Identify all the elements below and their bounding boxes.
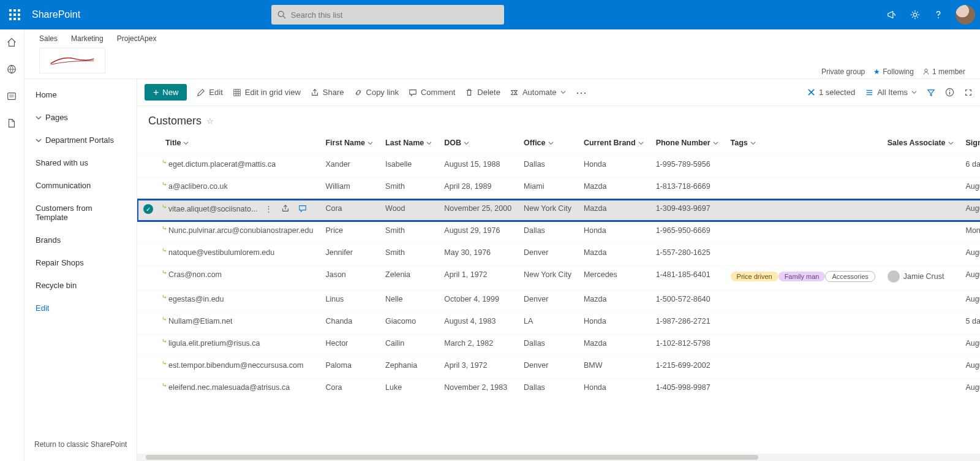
star-icon: ★ [873, 67, 880, 76]
cell-office: New York City [518, 265, 578, 290]
col-header[interactable]: Title [165, 139, 181, 147]
sidebar-item-customers[interactable]: Customers from Template [31, 201, 130, 224]
row-title[interactable]: ligula.elit.pretium@risus.ca [168, 339, 260, 348]
table-row[interactable]: ⤷Nullam@Etiam.netChandaGiacomoAugust 4, … [137, 312, 980, 334]
row-title[interactable]: a@aclibero.co.uk [168, 182, 228, 191]
sidebar-item-dept-portals[interactable]: Department Portals [31, 133, 130, 147]
help-icon[interactable] [932, 9, 944, 21]
globe-icon[interactable] [6, 64, 18, 76]
more-button[interactable]: ⋯ [576, 86, 587, 99]
sidebar-edit-link[interactable]: Edit [31, 301, 130, 315]
row-more-icon[interactable]: ⋮ [265, 204, 273, 215]
row-share-icon[interactable] [281, 204, 290, 215]
cell-dob: May 30, 1976 [438, 243, 518, 265]
cell-tags [725, 334, 881, 356]
automate-button[interactable]: Automate [510, 88, 566, 97]
copylink-button[interactable]: Copy link [354, 88, 399, 97]
user-avatar[interactable] [956, 5, 975, 25]
sidebar-footer-link[interactable]: Return to classic SharePoint [34, 440, 127, 449]
row-title[interactable]: vitae.aliquet@sociisnato... [168, 205, 257, 213]
col-header[interactable]: First Name [325, 139, 365, 147]
col-header[interactable]: Tags [731, 139, 748, 147]
news-icon[interactable] [6, 91, 18, 103]
sidebar-item-recycle[interactable]: Recycle bin [31, 278, 130, 292]
table-row[interactable]: ⤷Nunc.pulvinar.arcu@conubianostraper.edu… [137, 221, 980, 243]
list-table-wrap[interactable]: Title First Name Last Name DOB Office Cu… [137, 131, 980, 454]
view-switcher[interactable]: All Items [865, 88, 917, 97]
table-row[interactable]: ⤷Cras@non.comJasonZeleniaApril 1, 1972Ne… [137, 265, 980, 290]
row-title[interactable]: est.tempor.bibendum@neccursusa.com [168, 361, 303, 370]
info-button[interactable] [945, 88, 954, 97]
chevron-down-icon [560, 90, 566, 95]
table-row[interactable]: ⤷est.tempor.bibendum@neccursusa.comPalom… [137, 356, 980, 378]
filter-button[interactable] [927, 88, 935, 97]
list-table: Title First Name Last Name DOB Office Cu… [137, 131, 980, 400]
cell-associate [881, 221, 960, 243]
col-header[interactable]: DOB [444, 139, 461, 147]
cell-tags [725, 356, 881, 378]
expand-button[interactable] [964, 88, 973, 97]
sidebar-item-brands[interactable]: Brands [31, 233, 130, 247]
row-title[interactable]: Nunc.pulvinar.arcu@conubianostraper.edu [168, 226, 313, 235]
sidebar-item-pages[interactable]: Pages [31, 110, 130, 124]
chevron-down-icon [750, 140, 756, 146]
row-title[interactable]: natoque@vestibulumlorem.edu [168, 248, 274, 257]
row-title[interactable]: eleifend.nec.malesuada@atrisus.ca [168, 383, 290, 392]
col-header[interactable]: Office [524, 139, 545, 147]
site-nav-item[interactable]: ProjectApex [117, 34, 157, 43]
sidebar-item-home[interactable]: Home [31, 88, 130, 102]
table-row[interactable]: ⤷eleifend.nec.malesuada@atrisus.caCoraLu… [137, 378, 980, 400]
col-header[interactable]: Current Brand [584, 139, 636, 147]
cell-phone: 1-500-572-8640 [650, 290, 725, 312]
share-button[interactable]: Share [311, 88, 344, 97]
megaphone-icon[interactable] [886, 9, 898, 21]
cell-brand: Mercedes [578, 265, 650, 290]
site-nav-item[interactable]: Sales [39, 34, 58, 43]
col-header[interactable]: Last Name [385, 139, 424, 147]
search-input[interactable] [291, 10, 498, 20]
chevron-down-icon [368, 140, 373, 146]
col-header[interactable]: Sign I [966, 139, 981, 147]
table-row[interactable]: ✓⤷vitae.aliquet@sociisnato...⋮CoraWoodNo… [137, 199, 980, 221]
table-row[interactable]: ⤷egestas@in.eduLinusNelleOctober 4, 1999… [137, 290, 980, 312]
home-icon[interactable] [6, 37, 18, 49]
cell-brand: Honda [578, 221, 650, 243]
comment-button[interactable]: Comment [409, 88, 455, 97]
clear-selection-button[interactable]: 1 selected [807, 88, 855, 97]
table-row[interactable]: ⤷ligula.elit.pretium@risus.caHectorCaili… [137, 334, 980, 356]
row-title[interactable]: Nullam@Etiam.net [168, 317, 232, 326]
row-comment-icon[interactable] [298, 204, 307, 215]
table-row[interactable]: ⤷a@aclibero.co.ukWilliamSmithApril 28, 1… [137, 177, 980, 199]
row-title[interactable]: Cras@non.com [168, 270, 222, 279]
col-header[interactable]: Sales Associate [888, 139, 946, 147]
edit-button[interactable]: Edit [197, 88, 222, 97]
cmd-label: Edit [209, 88, 222, 97]
sidebar-item-communication[interactable]: Communication [31, 178, 130, 192]
table-row[interactable]: ⤷eget.dictum.placerat@mattis.caXanderIsa… [137, 155, 980, 177]
site-nav-item[interactable]: Marketing [71, 34, 104, 43]
checkmark-icon[interactable]: ✓ [143, 204, 153, 214]
cell-tags [725, 199, 881, 221]
table-row[interactable]: ⤷natoque@vestibulumlorem.eduJenniferSmit… [137, 243, 980, 265]
row-title[interactable]: egestas@in.edu [168, 295, 224, 303]
following-toggle[interactable]: ★ Following [873, 67, 914, 76]
settings-icon[interactable] [909, 9, 921, 21]
sidebar-item-repair[interactable]: Repair Shops [31, 256, 130, 270]
new-button[interactable]: + New [145, 84, 187, 101]
grid-button[interactable]: Edit in grid view [233, 88, 301, 97]
col-select[interactable] [137, 131, 159, 155]
row-title[interactable]: eget.dictum.placerat@mattis.ca [168, 160, 276, 169]
app-launcher-icon[interactable] [5, 5, 24, 25]
site-logo[interactable] [39, 48, 105, 74]
cell-office: Miami [518, 177, 578, 199]
col-header[interactable]: Phone Number [656, 139, 710, 147]
search-box[interactable] [271, 5, 504, 25]
members-link[interactable]: 1 member [922, 67, 965, 76]
sidebar-item-shared[interactable]: Shared with us [31, 156, 130, 170]
scrollbar-thumb[interactable] [146, 455, 758, 460]
delete-button[interactable]: Delete [465, 88, 500, 97]
horizontal-scrollbar[interactable] [137, 454, 980, 461]
files-icon[interactable] [6, 118, 18, 130]
new-indicator-icon: ⤷ [162, 337, 167, 345]
favorite-star-icon[interactable]: ☆ [206, 116, 214, 126]
